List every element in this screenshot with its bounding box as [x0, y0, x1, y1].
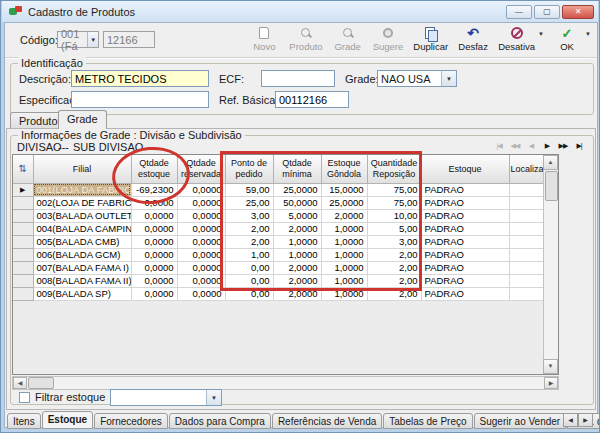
scroll-down-icon[interactable]: ▼ [543, 359, 558, 374]
cell-filial[interactable]: 003(BALADA OUTLET) [33, 209, 131, 222]
nav-prev-icon[interactable]: ◀ [523, 139, 539, 152]
close-button[interactable]: ✕ [562, 5, 594, 19]
cell-localizacao[interactable] [509, 222, 545, 235]
codigo-input[interactable] [103, 31, 155, 48]
cell-localizacao[interactable] [509, 209, 545, 222]
cell-qtd-estoque[interactable]: 0,0000 [131, 196, 177, 209]
col-header-filial[interactable]: Filial [33, 155, 131, 183]
minimize-button[interactable]: — [506, 5, 532, 19]
cell-filial[interactable]: 001(LOJA DA FABRICA) [33, 183, 131, 196]
cell-qtd-estoque[interactable]: 0,0000 [131, 248, 177, 261]
cell-qtd-minima[interactable]: 25,0000 [273, 183, 321, 196]
table-row[interactable]: 002(LOJA DE FABRICA) 0,0000 0,0000 25,00… [13, 196, 545, 209]
especificacao-input[interactable] [71, 91, 209, 108]
cell-localizacao[interactable] [509, 287, 545, 300]
filtrar-estoque-checkbox[interactable] [19, 392, 30, 403]
cell-localizacao[interactable] [509, 274, 545, 287]
filtrar-estoque-select[interactable]: ▼ [110, 389, 222, 406]
col-header-estoque-gondola[interactable]: Estoque Gôndola [321, 155, 367, 183]
cell-estoque-gondola[interactable]: 1,0000 [321, 235, 367, 248]
scroll-left-icon[interactable]: ◀ [13, 377, 27, 389]
cell-estoque[interactable]: PADRAO [421, 235, 509, 248]
nav-first-icon[interactable]: |◀ [491, 139, 507, 152]
cell-qtd-estoque[interactable]: 0,0000 [131, 209, 177, 222]
bottom-tab[interactable]: Referências de Venda [272, 413, 382, 429]
cell-filial[interactable]: 007(BALADA FAMA I) [33, 261, 131, 274]
col-header-qtd-estoque[interactable]: Qtdade estoque [131, 155, 177, 183]
cell-qtd-estoque[interactable]: 0,0000 [131, 235, 177, 248]
nav-next-icon[interactable]: ▶ [539, 139, 555, 152]
cell-localizacao[interactable] [509, 183, 545, 196]
ok-dropdown-icon[interactable]: ▼ [585, 31, 591, 37]
cell-qtd-minima[interactable]: 1,0000 [273, 248, 321, 261]
cell-qtd-reservada[interactable]: 0,0000 [177, 274, 225, 287]
ecf-input[interactable] [261, 70, 335, 87]
desativa-button[interactable]: Desativa [496, 25, 537, 53]
vertical-scrollbar[interactable]: ▲ ▼ [543, 155, 558, 374]
tab-scroll-right-icon[interactable]: ▶ [578, 413, 593, 427]
cell-qtd-reposicao[interactable]: 10,00 [367, 209, 421, 222]
cell-qtd-reposicao[interactable]: 75,00 [367, 196, 421, 209]
title-bar[interactable]: Cadastro de Produtos — ▢ ✕ [2, 1, 598, 22]
cell-ponto-pedido[interactable]: 2,00 [225, 222, 273, 235]
cell-estoque-gondola[interactable]: 15,0000 [321, 183, 367, 196]
cell-ponto-pedido[interactable]: 59,00 [225, 183, 273, 196]
cell-estoque[interactable]: PADRAO [421, 183, 509, 196]
bottom-tab[interactable]: Estoque [42, 411, 93, 429]
cell-filial[interactable]: 008(BALADA FAMA II) [33, 274, 131, 287]
desativa-dropdown-icon[interactable]: ▼ [538, 31, 544, 37]
cell-filial[interactable]: 006(BALADA GCM) [33, 248, 131, 261]
grade-select[interactable]: NAO USA ▼ [377, 70, 457, 87]
cell-estoque-gondola[interactable]: 2,0000 [321, 209, 367, 222]
cell-estoque-gondola[interactable]: 1,0000 [321, 222, 367, 235]
cell-qtd-minima[interactable]: 2,0000 [273, 287, 321, 300]
cell-qtd-reservada[interactable]: 0,0000 [177, 261, 225, 274]
cell-qtd-reposicao[interactable]: 3,00 [367, 235, 421, 248]
cell-qtd-estoque[interactable]: 0,0000 [131, 287, 177, 300]
nav-last-icon[interactable]: ▶| [571, 139, 587, 152]
cell-filial[interactable]: 004(BALADA CAMPINAS) [33, 222, 131, 235]
table-row[interactable]: 004(BALADA CAMPINAS) 0,0000 0,0000 2,00 … [13, 222, 545, 235]
cell-estoque[interactable]: PADRAO [421, 274, 509, 287]
bottom-tab[interactable]: Dados para Compra [169, 413, 271, 429]
tab-scroll-left-icon[interactable]: ◀ [563, 413, 578, 427]
ok-button[interactable]: ✓ OK [550, 25, 584, 53]
cell-ponto-pedido[interactable]: 2,00 [225, 235, 273, 248]
ref-basica-input[interactable] [275, 91, 349, 108]
cell-estoque-gondola[interactable]: 1,0000 [321, 261, 367, 274]
sugere-button[interactable]: Sugere [371, 25, 406, 53]
horizontal-scrollbar[interactable]: ◀ ▶ [12, 376, 559, 390]
col-header-localizacao[interactable]: Localização 1 [509, 155, 545, 183]
produto-button[interactable]: Produto [287, 25, 324, 53]
cell-qtd-reposicao[interactable]: 5,00 [367, 222, 421, 235]
novo-button[interactable]: Novo [247, 25, 281, 53]
cell-qtd-reservada[interactable]: 0,0000 [177, 209, 225, 222]
cell-qtd-reservada[interactable]: 0,0000 [177, 183, 225, 196]
scroll-up-icon[interactable]: ▲ [543, 155, 558, 170]
cell-qtd-minima[interactable]: 1,0000 [273, 235, 321, 248]
descricao-input[interactable] [71, 70, 209, 87]
cell-qtd-reposicao[interactable]: 2,00 [367, 274, 421, 287]
table-row[interactable]: 008(BALADA FAMA II) 0,0000 0,0000 0,00 2… [13, 274, 545, 287]
bottom-tab[interactable]: Tabelas de Preço [383, 413, 472, 429]
cell-ponto-pedido[interactable]: 3,00 [225, 209, 273, 222]
cell-qtd-minima[interactable]: 50,0000 [273, 196, 321, 209]
cell-localizacao[interactable] [509, 261, 545, 274]
cell-estoque-gondola[interactable]: 1,0000 [321, 287, 367, 300]
cell-estoque[interactable]: PADRAO [421, 222, 509, 235]
cell-qtd-reposicao[interactable]: 2,00 [367, 287, 421, 300]
cell-qtd-reservada[interactable]: 0,0000 [177, 235, 225, 248]
cell-estoque-gondola[interactable]: 25,0000 [321, 196, 367, 209]
cell-qtd-reservada[interactable]: 0,0000 [177, 287, 225, 300]
cell-estoque[interactable]: PADRAO [421, 261, 509, 274]
bottom-tab[interactable]: Itens [7, 413, 41, 429]
vertical-scroll-thumb[interactable] [545, 171, 558, 201]
cell-estoque[interactable]: PADRAO [421, 196, 509, 209]
cell-estoque[interactable]: PADRAO [421, 287, 509, 300]
table-row[interactable]: 009(BALADA SP) 0,0000 0,0000 0,00 2,0000… [13, 287, 545, 300]
cell-ponto-pedido[interactable]: 0,00 [225, 261, 273, 274]
cell-estoque-gondola[interactable]: 1,0000 [321, 248, 367, 261]
cell-ponto-pedido[interactable]: 0,00 [225, 274, 273, 287]
cell-estoque[interactable]: PADRAO [421, 209, 509, 222]
col-header-qtd-reservada[interactable]: Qtdade reservada [177, 155, 225, 183]
